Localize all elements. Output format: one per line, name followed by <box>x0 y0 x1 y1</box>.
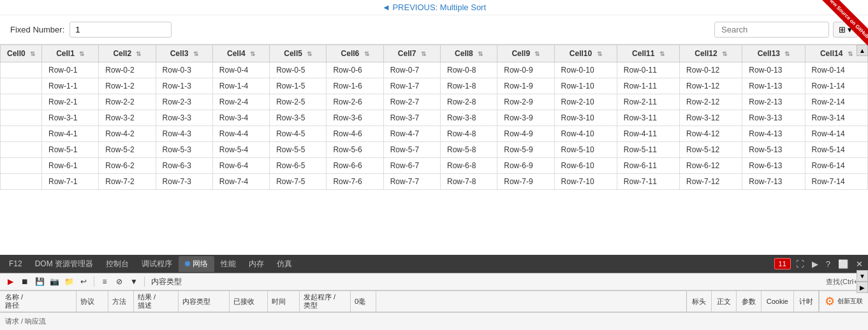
sort-icon: ⇅ <box>534 50 540 57</box>
table-row[interactable]: Row-5-1Row-5-2Row-5-3Row-5-4Row-5-5Row-5… <box>1 142 868 158</box>
col-header-cell7[interactable]: Cell7 ⇅ <box>383 45 440 62</box>
save-button[interactable]: 💾 <box>33 275 46 288</box>
table-row[interactable]: Row-7-1Row-7-2Row-7-3Row-7-4Row-7-5Row-7… <box>1 174 868 190</box>
table-row[interactable]: Row-6-1Row-6-2Row-6-3Row-6-4Row-6-5Row-6… <box>1 158 868 174</box>
col-header-cell2[interactable]: Cell2 ⇅ <box>99 45 156 62</box>
sort-icon: ⇅ <box>784 50 790 57</box>
table-cell-r5-c1: Row-5-1 <box>42 142 99 158</box>
devtools-tab-dom[interactable]: DOM 资源管理器 <box>29 256 99 272</box>
table-cell-r2-c0 <box>1 94 42 110</box>
table-cell-r1-c1: Row-1-1 <box>42 78 99 94</box>
table-cell-r6-c1: Row-6-1 <box>42 158 99 174</box>
table-cell-r3-c0 <box>1 110 42 126</box>
col-header-cell0[interactable]: Cell0 ⇅ <box>1 45 42 62</box>
screenshot-button[interactable]: 📷 <box>48 275 61 288</box>
prev-link[interactable]: ◄ PREVIOUS: Multiple Sort <box>0 0 868 15</box>
devtools-window-icon[interactable]: ⬜ <box>835 258 851 270</box>
table-cell-r3-c11: Row-3-11 <box>617 110 679 126</box>
list-button[interactable]: ≡ <box>98 275 111 288</box>
table-cell-r7-c2: Row-7-2 <box>99 174 156 190</box>
sort-icon: ⇅ <box>250 50 255 57</box>
table-cell-r2-c13: Row-2-13 <box>742 94 805 110</box>
table-cell-r6-c6: Row-6-6 <box>327 158 383 174</box>
table-cell-r7-c10: Row-7-10 <box>554 174 617 190</box>
table-cell-r5-c0 <box>1 142 42 158</box>
devtools-bar: F12 DOM 资源管理器 控制台 调试程序 网络 性能 内存 仿真 11 ⛶ … <box>0 255 868 273</box>
right-tab-标头[interactable]: 标头 <box>687 291 712 312</box>
chuanghu-logo: ⚙ 创新互联 <box>819 291 868 312</box>
table-cell-r2-c2: Row-2-2 <box>99 94 156 110</box>
table-row[interactable]: Row-1-1Row-1-2Row-1-3Row-1-4Row-1-5Row-1… <box>1 78 868 94</box>
undo-button[interactable]: ↩ <box>77 275 90 288</box>
table-row[interactable]: Row-3-1Row-3-2Row-3-3Row-3-4Row-3-5Row-3… <box>1 110 868 126</box>
right-tab-参数[interactable]: 参数 <box>737 291 761 312</box>
devtools-tab-console[interactable]: 控制台 <box>99 256 135 272</box>
table-cell-r3-c5: Row-3-5 <box>270 110 327 126</box>
table-row[interactable]: Row-0-1Row-0-2Row-0-3Row-0-4Row-0-5Row-0… <box>1 62 868 78</box>
scroll-right-arrow[interactable]: ▶ <box>857 282 868 293</box>
table-cell-r3-c9: Row-3-9 <box>497 110 554 126</box>
devtools-tab-debugger[interactable]: 调试程序 <box>135 256 179 272</box>
col-header-cell10[interactable]: Cell10 ⇅ <box>554 45 617 62</box>
col-header-cell9[interactable]: Cell9 ⇅ <box>497 45 554 62</box>
fixed-number-input[interactable] <box>70 22 172 38</box>
network-headers-row: 名称 /路径 协议 方法 结果 /描述 内容类型 已接收 时间 发起程序 /类型… <box>0 291 868 312</box>
table-cell-r7-c11: Row-7-11 <box>617 174 679 190</box>
table-cell-r7-c0 <box>1 174 42 190</box>
toolbar-separator-1 <box>94 276 94 287</box>
table-cell-r0-c0 <box>1 62 42 78</box>
col-header-cell1[interactable]: Cell1 ⇅ <box>42 45 99 62</box>
devtools-tab-network[interactable]: 网络 <box>179 256 214 272</box>
table-cell-r3-c10: Row-3-10 <box>554 110 617 126</box>
table-cell-r3-c3: Row-3-3 <box>156 110 212 126</box>
devtools-expand-icon[interactable]: ⛶ <box>793 258 807 270</box>
fixed-number-label: Fixed Number: <box>10 25 64 34</box>
devtools-tab-simulation[interactable]: 仿真 <box>270 256 298 272</box>
col-header-cell5[interactable]: Cell5 ⇅ <box>270 45 327 62</box>
dropdown-button[interactable]: ▼ <box>128 275 140 288</box>
table-row[interactable]: Row-2-1Row-2-2Row-2-3Row-2-4Row-2-5Row-2… <box>1 94 868 110</box>
github-ribbon[interactable]: View Source on GitHub <box>811 0 868 57</box>
devtools-tab-performance[interactable]: 性能 <box>214 256 242 272</box>
filter-button[interactable]: ⊘ <box>113 275 126 288</box>
table-row[interactable]: Row-4-1Row-4-2Row-4-3Row-4-4Row-4-5Row-4… <box>1 126 868 142</box>
devtools-close-icon[interactable]: ✕ <box>853 258 865 270</box>
table-cell-r5-c13: Row-5-13 <box>742 142 805 158</box>
col-header-cell13[interactable]: Cell13 ⇅ <box>742 45 805 62</box>
right-tab-正文[interactable]: 正文 <box>712 291 737 312</box>
folder-button[interactable]: 📁 <box>63 275 75 288</box>
filter-label: 内容类型 <box>151 276 182 287</box>
col-header-cell3[interactable]: Cell3 ⇅ <box>156 45 212 62</box>
devtools-tab-memory[interactable]: 内存 <box>242 256 270 272</box>
record-button[interactable]: ▶ <box>4 275 17 288</box>
table-cell-r2-c14: Row-2-14 <box>805 94 867 110</box>
col-header-cell8[interactable]: Cell8 ⇅ <box>440 45 497 62</box>
right-tab-计时[interactable]: 计时 <box>794 291 819 312</box>
stop-button[interactable]: ⏹ <box>18 275 31 288</box>
devtools-help-icon[interactable]: ? <box>823 258 833 270</box>
scroll-down-arrow[interactable]: ▼ <box>857 270 868 282</box>
right-tab-Cookie[interactable]: Cookie <box>761 291 794 312</box>
table-cell-r6-c5: Row-6-5 <box>270 158 327 174</box>
table-cell-r0-c8: Row-0-8 <box>440 62 497 78</box>
table-cell-r6-c0 <box>1 158 42 174</box>
table-cell-r0-c13: Row-0-13 <box>742 62 805 78</box>
table-cell-r1-c4: Row-1-4 <box>212 78 269 94</box>
devtools-play-icon[interactable]: ▶ <box>809 258 821 270</box>
table-cell-r7-c4: Row-7-4 <box>212 174 269 190</box>
table-cell-r4-c5: Row-4-5 <box>270 126 327 142</box>
toolbar-separator-2 <box>144 276 145 287</box>
table-cell-r6-c9: Row-6-9 <box>497 158 554 174</box>
col-header-cell11[interactable]: Cell11 ⇅ <box>617 45 679 62</box>
devtools-tab-f12[interactable]: F12 <box>3 257 29 271</box>
col-header-cell4[interactable]: Cell4 ⇅ <box>212 45 269 62</box>
table-cell-r1-c9: Row-1-9 <box>497 78 554 94</box>
table-cell-r5-c12: Row-5-12 <box>680 142 742 158</box>
table-cell-r2-c7: Row-2-7 <box>383 94 440 110</box>
sort-icon: ⇅ <box>421 50 426 57</box>
table-cell-r0-c3: Row-0-3 <box>156 62 212 78</box>
col-header-cell6[interactable]: Cell6 ⇅ <box>327 45 383 62</box>
table-cell-r6-c13: Row-6-13 <box>742 158 805 174</box>
sort-icon: ⇅ <box>722 50 727 57</box>
col-header-cell12[interactable]: Cell12 ⇅ <box>680 45 742 62</box>
